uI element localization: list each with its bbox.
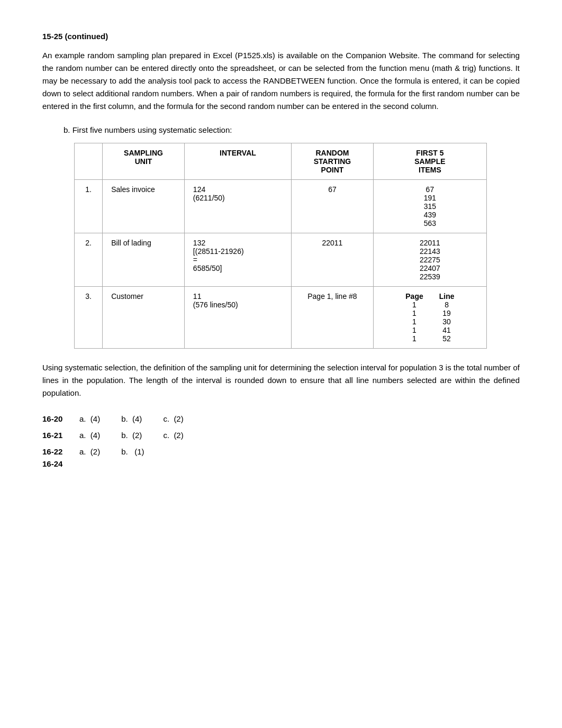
qa-number-16-22: 16-22 — [42, 447, 79, 456]
col-starting-header: RANDOMSTARTINGPOINT — [292, 143, 374, 180]
row2-num: 2. — [75, 233, 103, 287]
qa-16-21-a: a. (4) — [79, 431, 100, 440]
qa-parts-16-21: a. (4) b. (2) c. (2) — [79, 431, 184, 440]
row1-interval: 124(6211/50) — [184, 180, 291, 233]
qa-row-16-22: 16-22 a. (2) b. (1) — [42, 447, 520, 456]
row1-first5: 67191315439563 — [373, 180, 486, 233]
section-title: 15-25 (continued) — [42, 32, 520, 41]
qa-row-16-21: 16-21 a. (4) b. (2) c. (2) — [42, 431, 520, 440]
qa-number-16-24: 16-24 — [42, 459, 79, 468]
table-row: 2. Bill of lading 132[(28511-21926)=6585… — [75, 233, 487, 287]
follow-text: Using systematic selection, the definiti… — [42, 361, 520, 399]
intro-text: An example random sampling plan prepared… — [42, 49, 520, 113]
table-row: 1. Sales invoice 124(6211/50) 67 6719131… — [75, 180, 487, 233]
col-unit-header: SAMPLINGUNIT — [103, 143, 185, 180]
sub-label: b. First five numbers using systematic s… — [64, 125, 520, 134]
qa-row-16-24: 16-24 — [42, 459, 520, 468]
row3-starting: Page 1, line #8 — [292, 287, 374, 349]
sampling-table: SAMPLINGUNIT INTERVAL RANDOMSTARTINGPOIN… — [74, 143, 487, 349]
row3-interval: 11(576 lines/50) — [184, 287, 291, 349]
row2-interval: 132[(28511-21926)=6585/50] — [184, 233, 291, 287]
qa-number-16-21: 16-21 — [42, 431, 79, 440]
qa-16-22-b: b. (1) — [121, 447, 144, 456]
col-num-header — [75, 143, 103, 180]
row1-starting: 67 — [292, 180, 374, 233]
row3-num: 3. — [75, 287, 103, 349]
row2-unit: Bill of lading — [103, 233, 185, 287]
table-row: 3. Customer 11(576 lines/50) Page 1, lin… — [75, 287, 487, 349]
qa-number-16-20: 16-20 — [42, 414, 79, 423]
qa-16-20-c: c. (2) — [163, 414, 183, 423]
qa-16-22-a: a. (2) — [79, 447, 100, 456]
row3-unit: Customer — [103, 287, 185, 349]
qa-parts-16-22: a. (2) b. (1) — [79, 447, 144, 456]
row3-first5: Page11111 Line819304152 — [373, 287, 486, 349]
table-wrapper: SAMPLINGUNIT INTERVAL RANDOMSTARTINGPOIN… — [74, 143, 520, 349]
qa-16-21-c: c. (2) — [163, 431, 183, 440]
qa-16-21-b: b. (2) — [121, 431, 142, 440]
qa-row-16-20: 16-20 a. (4) b. (4) c. (2) — [42, 414, 520, 423]
qa-section: 16-20 a. (4) b. (4) c. (2) 16-21 a. (4) … — [42, 414, 520, 468]
qa-16-20-a: a. (4) — [79, 414, 100, 423]
row2-starting: 22011 — [292, 233, 374, 287]
row1-unit: Sales invoice — [103, 180, 185, 233]
row2-first5: 2201122143222752240722539 — [373, 233, 486, 287]
qa-16-20-b: b. (4) — [121, 414, 142, 423]
qa-parts-16-20: a. (4) b. (4) c. (2) — [79, 414, 184, 423]
col-first5-header: FIRST 5SAMPLEITEMS — [373, 143, 486, 180]
row1-num: 1. — [75, 180, 103, 233]
col-interval-header: INTERVAL — [184, 143, 291, 180]
